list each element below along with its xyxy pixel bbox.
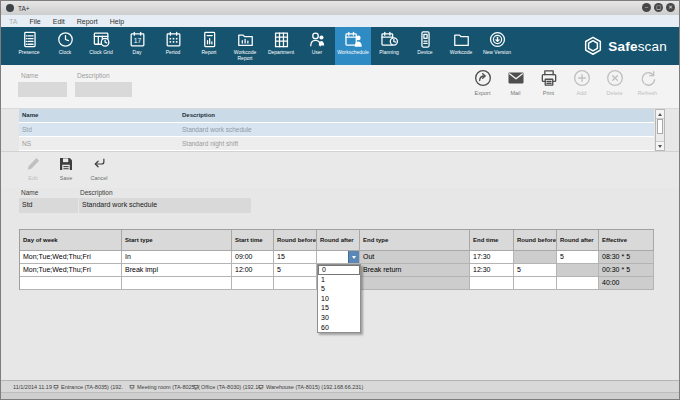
combobox-dropdown-arrow-icon[interactable]	[348, 251, 359, 263]
dropdown-option[interactable]: 0	[318, 265, 360, 275]
period-calendar-icon	[164, 30, 183, 49]
cell-day-of-week[interactable]	[20, 277, 122, 290]
menu-report[interactable]: Report	[71, 18, 104, 25]
workschedule-icon	[344, 30, 363, 49]
detail-description-label: Description	[80, 189, 113, 196]
list-scrollbar[interactable]	[655, 109, 665, 151]
toolbar-item-period[interactable]: Period	[155, 27, 191, 65]
cell-round-before[interactable]: 5	[274, 264, 317, 277]
dropdown-option[interactable]: 10	[318, 294, 360, 304]
schedule-grid-header: Day of week Start type Start time Round …	[20, 230, 654, 251]
print-button[interactable]: Print	[533, 68, 564, 96]
dropdown-option[interactable]: 1	[318, 275, 360, 285]
cancel-button[interactable]: Cancel	[83, 155, 115, 181]
maximize-button[interactable]: ▢	[654, 3, 663, 12]
toolbar-item-workcode-report[interactable]: Workcode Report	[227, 27, 263, 65]
action-buttons: Export Mail Print Add Delete	[467, 68, 663, 96]
scrollbar-thumb[interactable]	[657, 119, 663, 134]
toolbar-item-report[interactable]: Report	[191, 27, 227, 65]
toolbar-item-workcode[interactable]: Workcode	[443, 27, 479, 65]
terminal-icon	[258, 384, 264, 390]
cell-end-time[interactable]	[470, 277, 514, 290]
cell-round-before[interactable]: 15	[274, 251, 317, 264]
report-icon	[200, 30, 219, 49]
status-device-warehouse: Warehouse (TA-8015) (192.168.66.231)	[258, 384, 363, 390]
status-timestamp: 11/1/2014 11.19	[13, 384, 52, 390]
scroll-up-arrow-icon[interactable]	[656, 110, 664, 119]
cell-effective: 08:30 * 5	[599, 251, 654, 264]
cell-start-time[interactable]: 12:00	[232, 264, 274, 277]
dropdown-option[interactable]: 30	[318, 313, 360, 323]
cell-round-after-2[interactable]	[557, 277, 599, 290]
save-button[interactable]: Save	[50, 155, 82, 181]
cell-effective: 00:30 * 5	[599, 264, 654, 277]
cell-round-before-2[interactable]: 5	[514, 264, 557, 277]
detail-description-input[interactable]: Standard work schedule	[79, 198, 251, 213]
svg-text:17: 17	[133, 37, 141, 44]
cell-day-of-week[interactable]: Mon;Tue;Wed;Thu;Fri	[20, 264, 122, 277]
scroll-down-arrow-icon[interactable]	[656, 141, 664, 150]
list-row-ns[interactable]: NS Standard night shift	[19, 136, 654, 150]
toolbar-item-presence[interactable]: Presence	[11, 27, 47, 65]
status-device-entrance: Entrance (TA-8035) (192.	[53, 384, 123, 390]
cell-start-time[interactable]: 09:00	[232, 251, 274, 264]
add-icon	[572, 68, 592, 88]
dropdown-option[interactable]: 60	[318, 323, 360, 333]
department-icon	[272, 30, 291, 49]
main-toolbar: Presence Clock Clock Grid 17 Day Period …	[1, 27, 679, 65]
cell-start-type[interactable]: Break impl	[122, 264, 232, 277]
app-icon	[6, 4, 14, 12]
terminal-icon	[53, 384, 59, 390]
mail-button[interactable]: Mail	[500, 68, 531, 96]
detail-name-input[interactable]: Std	[19, 198, 78, 213]
round-after-combobox[interactable]	[317, 251, 360, 264]
app-window: TA+ – ▢ ✕ TA File Edit Report Help Prese…	[0, 0, 680, 400]
export-icon	[473, 68, 493, 88]
cell-start-time[interactable]	[232, 277, 274, 290]
save-icon	[57, 155, 75, 173]
toolbar-item-clock[interactable]: Clock	[47, 27, 83, 65]
edit-button: Edit	[17, 155, 49, 181]
planning-icon	[380, 30, 399, 49]
cell-end-time[interactable]: 17:30	[470, 251, 514, 264]
title-bar: TA+ – ▢ ✕	[1, 1, 679, 15]
cell-start-type[interactable]: In	[122, 251, 232, 264]
filter-description-input	[75, 82, 132, 97]
cancel-arrow-icon	[90, 155, 108, 173]
toolbar-item-day[interactable]: 17 Day	[119, 27, 155, 65]
menu-edit[interactable]: Edit	[47, 18, 71, 25]
cell-start-type[interactable]	[122, 277, 232, 290]
toolbar-item-user[interactable]: User	[299, 27, 335, 65]
pencil-icon	[24, 155, 42, 173]
schedule-list: Name Description Std Standard work sched…	[19, 109, 654, 154]
delete-icon	[605, 68, 625, 88]
toolbar-item-planning[interactable]: Planning	[371, 27, 407, 65]
menu-file[interactable]: File	[23, 18, 46, 25]
menu-help[interactable]: Help	[104, 18, 130, 25]
menu-bar: TA File Edit Report Help	[1, 15, 679, 27]
safescan-logo: Safescan	[582, 27, 667, 65]
detail-name-label: Name	[21, 189, 38, 196]
cell-end-type: Break return	[360, 264, 470, 277]
window-frame-bottom	[1, 392, 679, 399]
cell-day-of-week[interactable]: Mon;Tue;Wed;Thu;Fri	[20, 251, 122, 264]
list-row-std[interactable]: Std Standard work schedule	[19, 122, 654, 136]
refresh-button: Refresh	[632, 68, 663, 96]
toolbar-item-department[interactable]: Department	[263, 27, 299, 65]
toolbar-item-workschedule[interactable]: Workschedule	[335, 27, 371, 65]
toolbar-item-new-version[interactable]: New Version	[479, 27, 515, 65]
close-button[interactable]: ✕	[666, 3, 675, 12]
minimize-button[interactable]: –	[642, 3, 651, 12]
toolbar-item-clock-grid[interactable]: Clock Grid	[83, 27, 119, 65]
export-button[interactable]: Export	[467, 68, 498, 96]
cell-round-before[interactable]	[274, 277, 317, 290]
dropdown-option[interactable]: 15	[318, 303, 360, 313]
cell-round-after-2[interactable]: 5	[557, 251, 599, 264]
cell-end-time[interactable]: 12:30	[470, 264, 514, 277]
dropdown-option[interactable]: 5	[318, 284, 360, 294]
toolbar-item-device[interactable]: Device	[407, 27, 443, 65]
schedule-row-1: Mon;Tue;Wed;Thu;Fri In 09:00 15 Out 17:3…	[20, 251, 654, 264]
cell-round-before-2[interactable]	[514, 277, 557, 290]
window-controls: – ▢ ✕	[642, 3, 675, 12]
brand-text-light: scan	[638, 39, 667, 54]
